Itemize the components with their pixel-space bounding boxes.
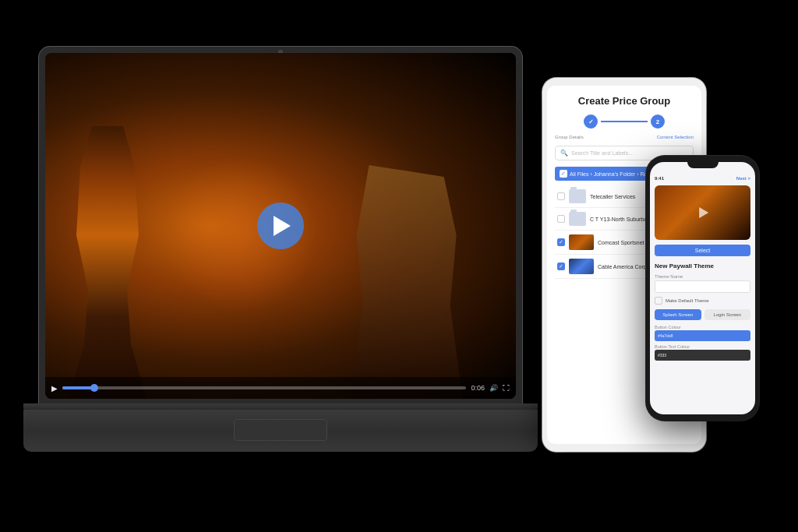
laptop: ▶ 0:06 🔊 ⛶: [39, 47, 522, 452]
button-colour-value: #4a7de8: [658, 333, 673, 338]
play-button[interactable]: [257, 203, 304, 249]
phone-screen: 9:41 Next > Select New Paywall Theme The…: [650, 162, 755, 414]
button-text-colour-label: Button Text Colour: [655, 344, 750, 349]
phone-section-title: New Paywall Theme: [655, 262, 750, 270]
concert-video: ▶ 0:06 🔊 ⛶: [45, 53, 516, 399]
button-text-colour-value: #333: [658, 353, 666, 358]
file-checkbox-1[interactable]: [557, 192, 565, 200]
phone-tab-row: Splash Screen Login Screen: [655, 309, 750, 320]
step-1-circle: ✓: [584, 115, 598, 129]
laptop-base: [23, 403, 538, 452]
search-placeholder: Search Title and Labels...: [571, 150, 633, 156]
step-indicator: ✓ 2: [555, 115, 694, 129]
breadcrumb-checkbox[interactable]: [560, 170, 567, 178]
theme-name-input[interactable]: [655, 280, 750, 293]
step-2-label: Content Selection: [657, 135, 694, 139]
file-checkbox-4[interactable]: [557, 262, 565, 270]
phone-content: 9:41 Next > Select New Paywall Theme The…: [650, 162, 755, 414]
scene: ▶ 0:06 🔊 ⛶: [0, 0, 798, 532]
folder-icon-2: [569, 212, 586, 226]
time-display: 0:06: [471, 384, 485, 392]
phone-tab-login[interactable]: Login Screen: [704, 309, 751, 320]
video-thumbnail-1: [569, 234, 594, 250]
fullscreen-icon[interactable]: ⛶: [503, 384, 510, 392]
phone: 9:41 Next > Select New Paywall Theme The…: [646, 156, 759, 421]
phone-notch: [687, 162, 719, 168]
singer-silhouette: [69, 126, 147, 399]
guitarist-silhouette: [344, 165, 469, 399]
theme-name-label: Theme Name: [655, 274, 750, 279]
phone-next-button[interactable]: Next >: [736, 176, 750, 181]
laptop-trackpad: [234, 419, 327, 441]
phone-tab-splash[interactable]: Splash Screen: [655, 309, 701, 320]
play-icon[interactable]: ▶: [51, 384, 58, 393]
phone-header: 9:41 Next >: [655, 176, 750, 181]
volume-icon[interactable]: 🔊: [489, 384, 498, 392]
laptop-screen-inner: ▶ 0:06 🔊 ⛶: [45, 53, 516, 399]
tablet-title: Create Price Group: [555, 95, 694, 107]
video-controls: ▶ 0:06 🔊 ⛶: [45, 377, 516, 399]
file-checkbox-2[interactable]: [557, 215, 565, 223]
laptop-screen: ▶ 0:06 🔊 ⛶: [39, 47, 522, 405]
step-labels: Group Details Content Selection: [555, 135, 694, 139]
phone-time: 9:41: [655, 176, 664, 181]
step-2-circle: 2: [651, 115, 665, 129]
phone-action-button[interactable]: Select: [655, 245, 750, 256]
video-thumbnail-2: [569, 259, 594, 274]
progress-bar[interactable]: [62, 386, 466, 389]
make-default-label: Make Default Theme: [666, 298, 709, 303]
phone-video-thumbnail: [655, 185, 750, 240]
progress-thumb: [90, 384, 98, 392]
laptop-bottom: [23, 410, 538, 452]
laptop-hinge: [23, 403, 538, 410]
step-line: [601, 121, 648, 122]
search-icon: 🔍: [560, 150, 568, 157]
step-1-label: Group Details: [555, 135, 584, 139]
button-colour-swatch[interactable]: #4a7de8: [655, 330, 750, 341]
make-default-row: Make Default Theme: [655, 297, 750, 305]
progress-fill: [62, 386, 94, 389]
file-checkbox-3[interactable]: [557, 238, 565, 246]
folder-icon: [569, 189, 586, 203]
make-default-checkbox[interactable]: [655, 297, 662, 305]
button-text-colour-swatch[interactable]: #333: [655, 350, 750, 361]
button-colour-label: Button Colour: [655, 325, 750, 329]
